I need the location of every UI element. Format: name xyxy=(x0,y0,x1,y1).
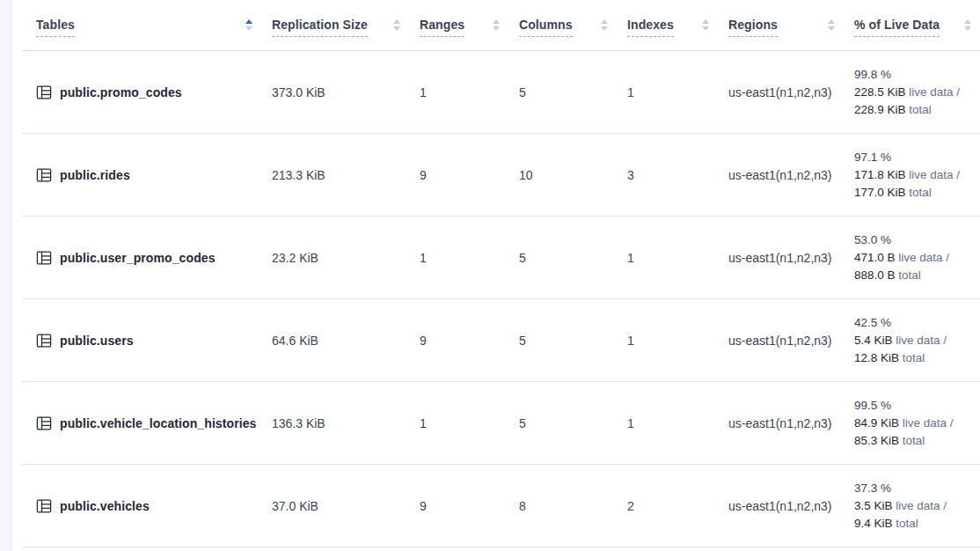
live-data-line: 171.8 KiB live data / xyxy=(854,166,975,184)
table-name-link[interactable]: public.vehicle_location_histories xyxy=(60,416,256,430)
page-left-gutter xyxy=(0,0,12,551)
column-header-ranges[interactable]: Ranges xyxy=(409,0,508,50)
sort-carets-icon[interactable] xyxy=(828,19,835,31)
replication-size-cell: 23.2 KiB xyxy=(261,251,409,265)
tables-page: Tables Replication Size Ranges Columns I… xyxy=(0,0,980,551)
sort-asc-icon xyxy=(393,19,400,24)
indexes-cell: 3 xyxy=(617,168,718,182)
sort-asc-icon xyxy=(828,19,835,24)
table-grid-icon xyxy=(36,333,52,349)
table-name-link[interactable]: public.user_promo_codes xyxy=(60,251,216,265)
ranges-cell: 9 xyxy=(409,334,508,348)
ranges-cell: 1 xyxy=(409,251,508,265)
total-data-line: 9.4 KiB total xyxy=(854,515,975,533)
live-data-percent: 53.0 % xyxy=(854,231,975,249)
table-name-cell: public.user_promo_codes xyxy=(22,250,261,266)
live-data-cell: 99.8 % 228.5 KiB live data / 228.9 KiB t… xyxy=(844,66,980,119)
table-name-link[interactable]: public.rides xyxy=(60,168,130,182)
table-name-link[interactable]: public.vehicles xyxy=(60,499,150,513)
table-row: public.vehicle_location_histories 136.3 … xyxy=(22,382,980,465)
columns-cell: 8 xyxy=(508,499,617,513)
live-data-cell: 53.0 % 471.0 B live data / 888.0 B total xyxy=(844,231,980,284)
column-header-label: Ranges xyxy=(420,18,464,37)
columns-cell: 5 xyxy=(508,251,617,265)
regions-cell: us-east1(n1,n2,n3) xyxy=(718,168,844,182)
table-row: public.user_promo_codes 23.2 KiB 1 5 1 u… xyxy=(22,217,980,299)
replication-size-cell: 64.6 KiB xyxy=(261,334,409,348)
indexes-cell: 1 xyxy=(617,251,718,265)
table-row: public.users 64.6 KiB 9 5 1 us-east1(n1,… xyxy=(22,299,980,382)
tables-table: Tables Replication Size Ranges Columns I… xyxy=(12,0,980,551)
table-name-cell: public.vehicle_location_histories xyxy=(22,415,261,431)
column-header-regions[interactable]: Regions xyxy=(718,0,844,50)
regions-cell: us-east1(n1,n2,n3) xyxy=(718,416,844,430)
total-data-line: 12.8 KiB total xyxy=(854,349,975,367)
column-header-label: Tables xyxy=(36,18,75,37)
table-name-cell: public.rides xyxy=(22,167,261,183)
column-header-label: Columns xyxy=(519,18,573,37)
table-row: public.vehicles 37.0 KiB 9 8 2 us-east1(… xyxy=(22,465,980,547)
total-data-line: 85.3 KiB total xyxy=(854,432,975,450)
column-header-label: Regions xyxy=(728,18,778,37)
regions-cell: us-east1(n1,n2,n3) xyxy=(718,499,844,513)
indexes-cell: 2 xyxy=(617,499,718,513)
live-data-percent: 42.5 % xyxy=(854,314,975,332)
sort-asc-icon xyxy=(245,19,252,24)
table-name-link[interactable]: public.promo_codes xyxy=(60,85,182,99)
ranges-cell: 1 xyxy=(409,85,508,99)
live-data-line: 3.5 KiB live data / xyxy=(854,497,975,515)
column-header-label: % of Live Data xyxy=(854,18,940,37)
table-grid-icon xyxy=(36,84,52,100)
replication-size-cell: 37.0 KiB xyxy=(261,499,409,513)
sort-desc-icon xyxy=(601,26,608,31)
sort-carets-icon[interactable] xyxy=(964,19,971,31)
columns-cell: 5 xyxy=(508,334,617,348)
column-header-replication-size[interactable]: Replication Size xyxy=(261,0,409,50)
replication-size-cell: 373.0 KiB xyxy=(261,85,409,99)
live-data-cell: 37.3 % 3.5 KiB live data / 9.4 KiB total xyxy=(844,480,980,533)
table-header-row: Tables Replication Size Ranges Columns I… xyxy=(22,0,980,51)
sort-desc-icon xyxy=(393,26,400,31)
table-name-link[interactable]: public.users xyxy=(60,334,134,348)
indexes-cell: 1 xyxy=(617,334,718,348)
sort-asc-icon xyxy=(702,19,709,24)
sort-desc-icon xyxy=(828,26,835,31)
column-header-columns[interactable]: Columns xyxy=(508,0,617,50)
sort-carets-icon[interactable] xyxy=(393,19,400,31)
sort-carets-icon[interactable] xyxy=(702,19,709,31)
live-data-percent: 37.3 % xyxy=(854,480,975,497)
ranges-cell: 9 xyxy=(409,499,508,513)
live-data-cell: 97.1 % 171.8 KiB live data / 177.0 KiB t… xyxy=(844,149,980,202)
regions-cell: us-east1(n1,n2,n3) xyxy=(718,85,844,99)
total-data-line: 888.0 B total xyxy=(854,267,975,284)
live-data-cell: 42.5 % 5.4 KiB live data / 12.8 KiB tota… xyxy=(844,314,980,367)
table-grid-icon xyxy=(36,415,52,431)
replication-size-cell: 213.3 KiB xyxy=(261,168,409,182)
columns-cell: 5 xyxy=(508,416,617,430)
table-row: public.promo_codes 373.0 KiB 1 5 1 us-ea… xyxy=(22,51,980,134)
table-body: public.promo_codes 373.0 KiB 1 5 1 us-ea… xyxy=(12,51,980,547)
column-header-indexes[interactable]: Indexes xyxy=(617,0,718,50)
columns-cell: 10 xyxy=(508,168,617,182)
regions-cell: us-east1(n1,n2,n3) xyxy=(718,251,844,265)
table-name-cell: public.users xyxy=(22,333,261,349)
column-header-live-data[interactable]: % of Live Data xyxy=(844,0,980,50)
table-grid-icon xyxy=(36,250,52,266)
sort-carets-icon[interactable] xyxy=(601,19,608,31)
column-header-tables[interactable]: Tables xyxy=(22,0,261,50)
sort-desc-icon xyxy=(245,26,252,31)
ranges-cell: 9 xyxy=(409,168,508,182)
live-data-percent: 99.8 % xyxy=(854,66,975,84)
live-data-line: 228.5 KiB live data / xyxy=(854,84,975,101)
sort-carets-icon[interactable] xyxy=(245,19,252,31)
total-data-line: 228.9 KiB total xyxy=(854,101,975,119)
indexes-cell: 1 xyxy=(617,416,718,430)
table-name-cell: public.vehicles xyxy=(22,498,261,514)
live-data-line: 84.9 KiB live data / xyxy=(854,415,975,432)
replication-size-cell: 136.3 KiB xyxy=(261,416,409,430)
live-data-cell: 99.5 % 84.9 KiB live data / 85.3 KiB tot… xyxy=(844,397,980,450)
live-data-percent: 97.1 % xyxy=(854,149,975,166)
table-row: public.rides 213.3 KiB 9 10 3 us-east1(n… xyxy=(22,134,980,217)
sort-carets-icon[interactable] xyxy=(493,19,500,31)
ranges-cell: 1 xyxy=(409,416,508,430)
